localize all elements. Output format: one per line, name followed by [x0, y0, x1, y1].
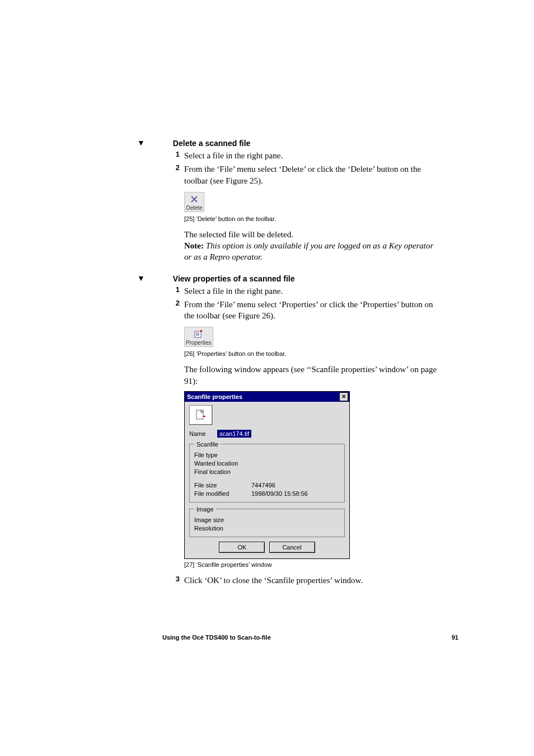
file-type-label: File type	[194, 452, 251, 458]
footer-left: Using the Océ TDS400 to Scan-to-file	[162, 634, 271, 641]
wanted-location-label: Wanted location	[194, 460, 251, 467]
properties-sheet-icon	[194, 330, 203, 339]
step-1-delete: 1 Select a file in the right pane.	[171, 150, 458, 161]
step-number: 2	[171, 299, 180, 322]
delete-x-icon	[190, 195, 198, 204]
step-text: Select a file in the right pane.	[184, 285, 283, 297]
step-number: 1	[171, 285, 180, 297]
footer-page-number: 91	[452, 634, 458, 641]
delete-toolbar-button-label: Delete	[186, 205, 203, 211]
section-properties-title: View properties of a scanned file	[173, 274, 295, 283]
following-window-text: The following window appears (see ‘‘Scan…	[184, 364, 442, 387]
step-2-delete: 2 From the ‘File’ menu select ‘Delete’ o…	[171, 163, 458, 186]
file-size-label: File size	[194, 482, 251, 489]
svg-rect-8	[203, 416, 205, 417]
dialog-name-row: Name scan174.tif	[189, 430, 345, 438]
delete-note: Note: This option is only available if y…	[184, 240, 442, 263]
image-size-label: Image size	[194, 516, 251, 523]
section-delete-header: ▼ Delete a scanned file	[137, 139, 458, 148]
triangle-bullet-icon: ▼	[137, 139, 145, 148]
cancel-button[interactable]: Cancel	[269, 542, 315, 553]
file-size-value: 7447496	[251, 482, 275, 489]
scanfile-group-legend: Scanfile	[194, 441, 221, 448]
triangle-bullet-icon: ▼	[137, 274, 145, 283]
scanfile-properties-dialog: Scanfile properties ✕ Name scan174.tif	[184, 391, 350, 559]
properties-toolbar-button: Properties	[184, 327, 213, 347]
figure-25-caption: [25] ‘Delete’ button on the toolbar.	[184, 215, 458, 222]
delete-result-text: The selected file will be deleted.	[184, 229, 442, 240]
file-modified-value: 1998/09/30 15:58:56	[251, 490, 308, 497]
name-label: Name	[189, 430, 217, 437]
properties-toolbar-button-label: Properties	[186, 340, 212, 346]
name-value: scan174.tif	[217, 430, 251, 438]
step-1-properties: 1 Select a file in the right pane.	[171, 285, 458, 297]
image-group: Image Image size Resolution	[189, 506, 345, 537]
figure-27-caption: [27] ‘Scanfile properties’ window	[184, 561, 458, 568]
step-text: From the ‘File’ menu select ‘Properties’…	[184, 299, 442, 322]
step-2-properties: 2 From the ‘File’ menu select ‘Propertie…	[171, 299, 458, 322]
scanfile-icon	[189, 405, 213, 425]
step-text: Click ‘OK’ to close the ‘Scanfile proper…	[184, 575, 363, 586]
document-page: ▼ Delete a scanned file 1 Select a file …	[0, 0, 534, 756]
step-number: 3	[171, 575, 180, 586]
ok-button[interactable]: OK	[219, 542, 265, 553]
page-footer: Using the Océ TDS400 to Scan-to-file 91	[0, 634, 534, 641]
file-modified-label: File modified	[194, 490, 251, 497]
delete-toolbar-button: Delete	[184, 192, 204, 212]
final-location-label: Final location	[194, 468, 251, 475]
dialog-title: Scanfile properties	[187, 393, 242, 400]
figure-26-caption: [26] ‘Properties’ button on the toolbar.	[184, 350, 458, 357]
svg-rect-6	[200, 330, 202, 332]
dialog-title-bar: Scanfile properties ✕	[185, 392, 349, 402]
scanfile-group: Scanfile File type Wanted location Final…	[189, 441, 345, 503]
note-label: Note:	[184, 241, 204, 250]
step-number: 2	[171, 163, 180, 186]
step-3-properties: 3 Click ‘OK’ to close the ‘Scanfile prop…	[171, 575, 458, 586]
note-body: This option is only available if you are…	[184, 241, 433, 261]
dialog-button-row: OK Cancel	[189, 542, 345, 553]
step-number: 1	[171, 150, 180, 161]
close-icon[interactable]: ✕	[339, 392, 348, 401]
step-text: From the ‘File’ menu select ‘Delete’ or …	[184, 163, 442, 186]
section-properties-header: ▼ View properties of a scanned file	[137, 274, 458, 283]
section-delete-title: Delete a scanned file	[173, 139, 251, 148]
image-group-legend: Image	[194, 506, 216, 513]
step-text: Select a file in the right pane.	[184, 150, 283, 161]
resolution-label: Resolution	[194, 525, 251, 532]
